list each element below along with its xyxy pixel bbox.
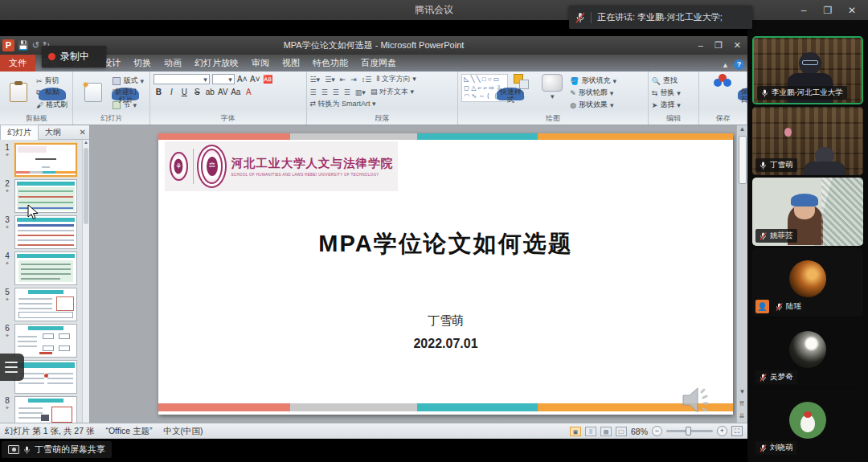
bold-icon[interactable]: B: [154, 88, 164, 96]
tab-view[interactable]: 视图: [276, 55, 306, 72]
select-button[interactable]: ➤选择▾: [652, 100, 696, 110]
italic-icon[interactable]: I: [166, 88, 177, 96]
new-slide-button[interactable]: ✹ 新建幻灯片: [76, 83, 110, 102]
strikethrough-icon[interactable]: S: [192, 88, 203, 96]
slide-thumbnail-5[interactable]: [14, 288, 77, 321]
ppt-minimize-button[interactable]: –: [698, 40, 703, 51]
change-case-icon[interactable]: Aa: [231, 88, 241, 96]
tab-transitions[interactable]: 切换: [127, 55, 158, 72]
line-spacing-icon[interactable]: ↕☰: [362, 76, 372, 84]
avatar: [789, 260, 826, 297]
slide-scrollbar[interactable]: ▲ ▼ ⇈ ⇊: [736, 125, 747, 423]
find-button[interactable]: 🔍查找: [652, 76, 696, 86]
slide-thumbnail-6[interactable]: [14, 324, 77, 358]
align-left-icon[interactable]: ☰: [310, 88, 317, 96]
char-spacing-icon[interactable]: AV: [218, 88, 228, 96]
ppt-maximize-button[interactable]: ❐: [714, 40, 723, 51]
panel-tab-outline[interactable]: 大纲: [39, 125, 68, 140]
decrease-indent-icon[interactable]: ⇤: [340, 76, 346, 84]
collapse-ribbon-icon[interactable]: ▲: [722, 61, 729, 69]
zoom-percentage[interactable]: 68%: [631, 427, 648, 436]
theme-name[interactable]: “Office 主题”: [105, 426, 152, 437]
shadow-icon[interactable]: ab: [205, 88, 215, 96]
meeting-float-toolbar[interactable]: [0, 354, 24, 381]
font-size-select[interactable]: ▾: [212, 74, 235, 84]
panel-close-icon[interactable]: ✕: [80, 128, 89, 137]
quick-styles-button[interactable]: 快速样式▾: [537, 74, 567, 100]
columns-icon[interactable]: ▥▾: [355, 88, 366, 96]
zoom-out-icon[interactable]: −: [652, 426, 662, 436]
panel-tab-slides[interactable]: 幻灯片: [0, 125, 39, 140]
slide-sorter-icon[interactable]: ⠿: [585, 427, 596, 436]
list-icon: [5, 362, 18, 363]
numbering-icon[interactable]: ☰▾: [325, 76, 335, 84]
tab-review[interactable]: 审阅: [245, 55, 276, 72]
replace-button[interactable]: ⇆替换▾: [652, 88, 696, 98]
layout-button[interactable]: 版式▾: [113, 76, 144, 86]
close-button[interactable]: ✕: [841, 2, 863, 19]
maximize-button[interactable]: ❐: [817, 2, 839, 19]
slide-canvas[interactable]: ⚘ ⚖ 河北工业大学人文与法律学院 SCHOOL OF HUMANITIES A…: [158, 133, 733, 415]
align-center-icon[interactable]: ☰: [321, 88, 328, 96]
video-tile-2[interactable]: 丁雪萌: [752, 107, 863, 175]
slide-thumbnail-1[interactable]: [14, 143, 77, 177]
help-icon[interactable]: ?: [734, 59, 744, 70]
slideshow-icon[interactable]: 🖵: [616, 427, 627, 436]
shrink-font-icon[interactable]: A˅: [250, 75, 260, 84]
new-slide-icon: ✹: [84, 83, 102, 102]
scroll-down-icon[interactable]: ▼: [739, 388, 746, 395]
justify-icon[interactable]: ☰: [344, 88, 350, 96]
audio-speaker-icon[interactable]: [678, 382, 714, 418]
scroll-thumb[interactable]: [739, 136, 747, 184]
bullets-icon[interactable]: ☱▾: [310, 76, 321, 84]
font-name-select[interactable]: ▾: [154, 74, 210, 84]
video-tile-6[interactable]: 刘晓萌: [752, 390, 863, 458]
tab-slideshow[interactable]: 幻灯片放映: [188, 55, 245, 72]
underline-icon[interactable]: U: [179, 88, 190, 96]
panel-scroll-thumb[interactable]: [84, 148, 88, 224]
grow-font-icon[interactable]: A˄: [237, 75, 248, 84]
shape-fill-button[interactable]: 🪣形状填充▾: [570, 76, 616, 86]
paste-button[interactable]: 粘贴: [3, 83, 34, 102]
slide-thumbnail-2[interactable]: [14, 179, 77, 213]
slide-thumbnail-4[interactable]: [14, 251, 77, 285]
video-tile-5[interactable]: 吴梦奇: [752, 319, 863, 387]
next-slide-icon[interactable]: ⇊: [739, 412, 746, 419]
slide-thumbnail-8[interactable]: [14, 396, 77, 423]
clear-formatting-icon[interactable]: 🆎: [263, 75, 273, 84]
tab-baidu-netdisk[interactable]: 百度网盘: [354, 55, 403, 72]
scroll-up-icon[interactable]: ▲: [739, 125, 746, 133]
zoom-slider[interactable]: [666, 430, 713, 432]
save-to-baidu-button[interactable]: 保存到百度网盘: [702, 74, 743, 88]
shape-outline-button[interactable]: ✎形状轮廓▾: [570, 88, 616, 98]
thumbnail-row-8: 8✦: [0, 395, 82, 423]
toast-divider: [591, 12, 592, 23]
zoom-in-icon[interactable]: +: [717, 426, 727, 436]
text-direction-button[interactable]: ⫴ 文字方向 ▾: [376, 74, 416, 84]
reading-view-icon[interactable]: ▤: [600, 427, 612, 436]
tab-animations[interactable]: 动画: [158, 55, 188, 72]
video-tile-4[interactable]: 👤 陆瑶: [752, 248, 863, 317]
slide-thumbnail-3[interactable]: [14, 215, 77, 249]
align-text-button[interactable]: ▤ 对齐文本 ▾: [371, 87, 414, 97]
align-right-icon[interactable]: ☰: [333, 88, 339, 96]
smartart-button[interactable]: ⇄ 转换为 SmartArt ▾: [310, 99, 376, 109]
format-painter-button[interactable]: 🖌格式刷: [36, 100, 68, 110]
ppt-close-button[interactable]: ✕: [734, 40, 741, 51]
previous-slide-icon[interactable]: ⇈: [739, 400, 746, 407]
panel-scrollbar[interactable]: ▲: [82, 140, 89, 423]
increase-indent-icon[interactable]: ⇥: [350, 76, 357, 84]
tab-file[interactable]: 文件: [0, 55, 35, 72]
cut-button[interactable]: ✂剪切: [36, 76, 68, 86]
scroll-up-icon[interactable]: ▲: [83, 140, 89, 145]
video-tile-1[interactable]: 李业鹏-河北工业大学: [752, 36, 863, 104]
tab-features[interactable]: 特色功能: [306, 55, 354, 72]
normal-view-icon[interactable]: ▣: [570, 427, 581, 436]
font-color-icon[interactable]: A: [244, 88, 254, 96]
zoom-slider-thumb[interactable]: [686, 427, 691, 435]
shape-effects-button[interactable]: ◍形状效果▾: [570, 100, 616, 110]
language-indicator[interactable]: 中文(中国): [164, 426, 203, 437]
fit-to-window-icon[interactable]: ⛶: [731, 426, 743, 436]
video-tile-3[interactable]: 姚菲芸: [752, 178, 863, 246]
minimize-button[interactable]: –: [792, 2, 815, 19]
